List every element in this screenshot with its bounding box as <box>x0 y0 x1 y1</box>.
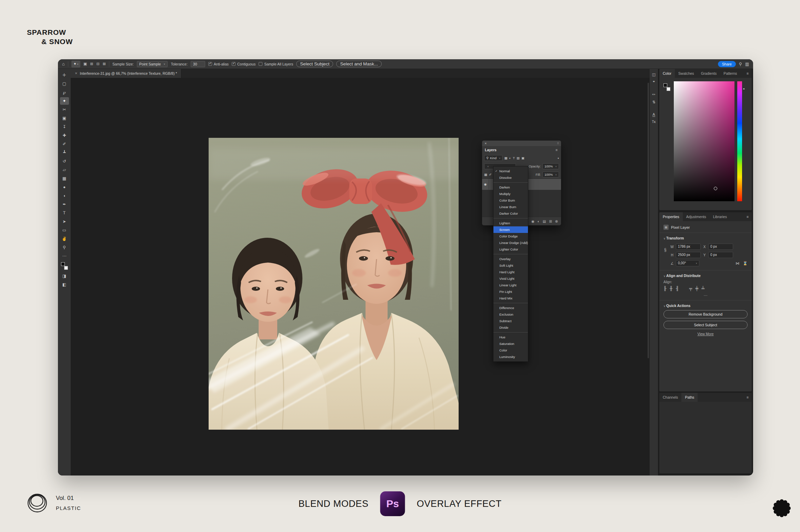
blend-option-vivid-light[interactable]: Vivid Light <box>493 275 528 282</box>
new-group-icon[interactable]: ▤ <box>543 219 546 223</box>
share-button[interactable]: Share <box>718 61 736 67</box>
blend-option-soft-light[interactable]: Soft Light <box>493 262 528 269</box>
select-and-mask-button[interactable]: Select and Mask... <box>336 61 382 67</box>
clone-stamp-tool[interactable]: ┻ <box>60 149 69 156</box>
lock-image-icon[interactable]: ✐ <box>489 173 492 176</box>
saturation-brightness-field[interactable] <box>674 81 734 201</box>
tab-adjustments[interactable]: Adjustments <box>683 212 710 221</box>
height-input[interactable]: 2500 px <box>676 252 701 258</box>
shape-tool[interactable]: ▭ <box>60 226 69 234</box>
adjustment-layer-icon[interactable]: ◐ <box>538 219 540 223</box>
width-input[interactable]: 1786 px <box>676 244 701 250</box>
filter-kind-select[interactable]: ⚲ Kind <box>484 155 502 161</box>
color-swatches[interactable] <box>60 262 69 270</box>
healing-brush-tool[interactable]: ✚ <box>60 132 69 139</box>
intersect-selection-icon[interactable]: ⊠ <box>103 62 106 66</box>
type-tool[interactable]: T <box>60 209 69 217</box>
panel-color-swatches[interactable] <box>663 83 671 91</box>
transform-section-header[interactable]: Transform <box>663 236 748 240</box>
filter-shape-icon[interactable]: ▤ <box>517 156 520 160</box>
filter-type-icon[interactable]: T <box>513 156 515 160</box>
workspace-icon[interactable]: ▥ <box>745 62 749 66</box>
screen-mode-icon[interactable]: ◧ <box>60 281 69 288</box>
blend-option-linear-burn[interactable]: Linear Burn <box>493 204 528 210</box>
blend-option-lighten[interactable]: Lighten <box>493 220 528 226</box>
sync-icon[interactable]: ⇅ <box>652 100 655 104</box>
blend-option-color-dodge[interactable]: Color Dodge <box>493 233 528 239</box>
add-selection-icon[interactable]: ⊞ <box>90 62 93 66</box>
typekit-icon[interactable]: Tᴋ <box>652 120 656 124</box>
panel-menu-icon[interactable]: ≡ <box>747 71 752 75</box>
device-preview-icon[interactable]: ◫ <box>652 72 656 77</box>
background-color-swatch[interactable] <box>667 87 670 91</box>
flip-horizontal-icon[interactable]: ⋈ <box>736 261 739 266</box>
blend-option-multiply[interactable]: Multiply <box>493 191 528 197</box>
blend-option-luminosity[interactable]: Luminosity <box>493 354 528 360</box>
blend-option-saturation[interactable]: Saturation <box>493 340 528 347</box>
crop-tool[interactable]: ✂ <box>60 106 69 113</box>
frame-tool[interactable]: ▣ <box>60 114 69 122</box>
foreground-color-swatch[interactable] <box>663 83 667 87</box>
layer-visibility-icon[interactable]: ◉ <box>482 179 489 190</box>
align-bottom-icon[interactable]: ╧ <box>701 286 704 291</box>
hand-tool[interactable]: ✌ <box>60 235 69 243</box>
layers-panel-titlebar[interactable]: ✕ ⠿ <box>482 141 561 146</box>
panel-menu-icon[interactable]: ≡ <box>747 395 752 399</box>
panel-menu-icon[interactable]: ≡ <box>747 215 752 219</box>
home-icon[interactable]: ⌂ <box>62 61 65 66</box>
align-section-header[interactable]: Align and Distribute <box>663 274 748 278</box>
path-select-tool[interactable]: ➤ <box>60 218 69 225</box>
rotation-select[interactable]: 0,00° <box>676 260 699 266</box>
blend-option-color-burn[interactable]: Color Burn <box>493 197 528 204</box>
new-layer-icon[interactable]: ⊞ <box>549 219 552 223</box>
lasso-tool[interactable]: ℘ <box>60 89 69 96</box>
canvas-scrollbar[interactable] <box>648 83 649 358</box>
tab-color[interactable]: Color <box>659 69 675 78</box>
select-subject-button-panel[interactable]: Select Subject <box>663 321 748 329</box>
blend-option-normal[interactable]: ✓Normal <box>493 168 528 174</box>
blend-option-hard-light[interactable]: Hard Light <box>493 269 528 275</box>
close-panel-icon[interactable]: ✕ <box>484 142 487 145</box>
tab-channels[interactable]: Channels <box>659 393 681 402</box>
blend-option-dissolve[interactable]: Dissolve <box>493 174 528 181</box>
blend-option-darker-color[interactable]: Darker Color <box>493 210 528 217</box>
history-brush-tool[interactable]: ↺ <box>60 157 69 165</box>
pen-tool[interactable]: ✒ <box>60 201 69 208</box>
foreground-color-swatch[interactable] <box>61 262 65 266</box>
brush-tool[interactable]: ✐ <box>60 140 69 148</box>
blend-option-linear-light[interactable]: Linear Light <box>493 282 528 288</box>
blend-option-lighter-color[interactable]: Lighter Color <box>493 246 528 253</box>
document-tab[interactable]: ✕ Interference-31.jpg @ 66,7% (Interfere… <box>71 69 181 78</box>
blend-option-pin-light[interactable]: Pin Light <box>493 288 528 295</box>
align-top-icon[interactable]: ╤ <box>689 286 692 291</box>
color-cursor[interactable] <box>714 187 717 190</box>
new-selection-icon[interactable]: ▣ <box>83 62 87 66</box>
blur-tool[interactable]: ● <box>60 183 69 191</box>
background-color-swatch[interactable] <box>64 266 68 270</box>
tab-paths[interactable]: Paths <box>681 393 698 402</box>
blend-option-color[interactable]: Color <box>493 347 528 354</box>
lock-transparent-icon[interactable]: ▦ <box>484 173 487 176</box>
view-more-link[interactable]: View More <box>663 332 748 336</box>
quick-actions-header[interactable]: Quick Actions <box>663 304 748 308</box>
y-input[interactable]: 0 px <box>708 252 733 258</box>
close-tab-icon[interactable]: ✕ <box>75 72 78 75</box>
blend-option-exclusion[interactable]: Exclusion <box>493 311 528 318</box>
brushes-icon[interactable]: ✏ <box>652 92 655 97</box>
filter-toggle-icon[interactable]: ● <box>558 157 559 159</box>
tab-libraries[interactable]: Libraries <box>710 212 730 221</box>
sample-all-layers-checkbox[interactable] <box>259 62 262 66</box>
blend-option-hard-mix[interactable]: Hard Mix <box>493 295 528 301</box>
filter-smart-object-icon[interactable]: ▣ <box>521 156 524 160</box>
quick-mask-icon[interactable]: ◨ <box>60 272 69 280</box>
eraser-tool[interactable]: ▱ <box>60 166 69 174</box>
fill-select[interactable]: 100% <box>542 172 559 177</box>
align-more-icon[interactable]: ⋯ <box>663 293 748 297</box>
blend-option-divide[interactable]: Divide <box>493 324 528 331</box>
blend-option-screen[interactable]: Screen <box>493 226 528 233</box>
gradient-tool[interactable]: ▦ <box>60 175 69 182</box>
contiguous-checkbox[interactable] <box>232 62 236 66</box>
x-input[interactable]: 0 px <box>708 244 733 250</box>
active-tool-button[interactable]: ✦▾ <box>71 61 80 68</box>
align-hcenter-icon[interactable]: ╫ <box>670 286 673 291</box>
